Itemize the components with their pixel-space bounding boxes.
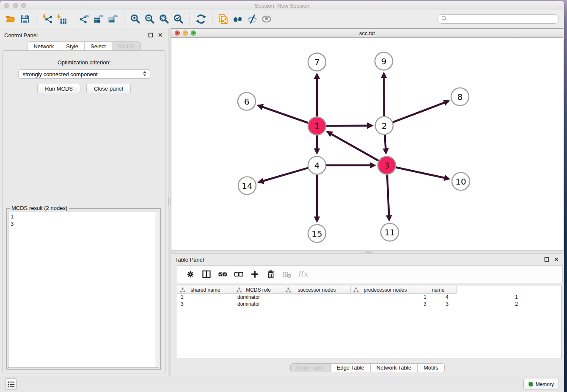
save-session-button[interactable] bbox=[18, 12, 32, 26]
table-row[interactable]: 1dominator411 bbox=[177, 294, 561, 301]
column-header-predecessor-nodes[interactable]: predecessor nodes bbox=[351, 286, 420, 294]
memory-button[interactable]: Memory bbox=[523, 379, 559, 389]
export-table-button[interactable] bbox=[91, 12, 106, 26]
export-image-icon bbox=[107, 14, 118, 25]
refresh-layout-button[interactable] bbox=[194, 12, 208, 26]
window-titlebar[interactable]: Session: New Session bbox=[0, 1, 564, 10]
mcds-result-line: 3 bbox=[11, 220, 157, 227]
tab-motifs[interactable]: Motifs bbox=[417, 364, 444, 372]
graph-node-1[interactable]: 1 bbox=[308, 117, 326, 135]
arrowhead-icon bbox=[367, 122, 374, 129]
graph-node-8[interactable]: 8 bbox=[451, 88, 469, 106]
column-header-label: predecessor nodes bbox=[363, 287, 407, 293]
column-header-name[interactable]: name bbox=[420, 286, 457, 294]
deselect-all-columns-button[interactable] bbox=[231, 267, 247, 282]
toggle-column-view-button[interactable] bbox=[198, 267, 215, 282]
table-row[interactable]: 3dominator323 bbox=[177, 301, 561, 307]
edge-2-9[interactable] bbox=[381, 72, 387, 116]
float-table-panel-icon[interactable] bbox=[544, 257, 550, 262]
column-header-mcds-role[interactable]: MCDS role bbox=[234, 286, 283, 294]
run-mcds-button[interactable]: Run MCDS bbox=[37, 84, 80, 93]
edge-1-6[interactable] bbox=[257, 104, 308, 123]
graph-node-3[interactable]: 3 bbox=[378, 157, 396, 174]
network-close-button[interactable]: × bbox=[175, 30, 180, 36]
zoom-selected-button[interactable] bbox=[171, 12, 186, 26]
add-column-button[interactable] bbox=[247, 267, 263, 282]
edge-1-7[interactable] bbox=[314, 73, 320, 117]
tab-mcds[interactable]: MCDS bbox=[112, 42, 140, 50]
network-window-titlebar[interactable]: scc.txt × − + bbox=[171, 29, 563, 38]
tab-network[interactable]: Network bbox=[28, 42, 60, 50]
edge-2-8[interactable] bbox=[393, 100, 450, 122]
column-header-successor-nodes[interactable]: successor nodes bbox=[283, 286, 351, 294]
network-minimize-button[interactable]: − bbox=[183, 30, 188, 36]
import-network-button[interactable] bbox=[40, 12, 55, 26]
show-all-networks-button[interactable] bbox=[231, 12, 245, 26]
close-panel-button[interactable]: Close panel bbox=[86, 84, 131, 93]
mcds-result-line: 1 bbox=[11, 213, 157, 220]
zoom-selected-icon bbox=[173, 14, 184, 25]
network-zoom-button[interactable]: + bbox=[191, 30, 196, 36]
column-type-icon bbox=[353, 287, 359, 294]
edge-4-14[interactable] bbox=[257, 168, 308, 184]
graph-node-7[interactable]: 7 bbox=[308, 53, 326, 71]
graph-node-6[interactable]: 6 bbox=[238, 93, 256, 110]
zoom-fit-icon bbox=[159, 14, 170, 25]
node-label: 3 bbox=[384, 160, 390, 171]
network-window-controls: × − + bbox=[175, 30, 196, 36]
task-history-button[interactable] bbox=[5, 378, 17, 390]
app-window: Session: New Session Control Panel ✕ bbox=[0, 1, 564, 392]
tab-edge-table[interactable]: Edge Table bbox=[330, 364, 370, 372]
graph-node-15[interactable]: 15 bbox=[308, 225, 326, 243]
table-settings-button[interactable] bbox=[182, 267, 198, 282]
mcds-result-text[interactable]: 13 bbox=[8, 212, 159, 368]
open-session-button[interactable] bbox=[3, 12, 18, 26]
edge-4-3[interactable] bbox=[326, 162, 376, 168]
graph-node-11[interactable]: 11 bbox=[381, 224, 399, 241]
search-input[interactable] bbox=[449, 16, 555, 22]
edge-2-3[interactable] bbox=[383, 135, 389, 155]
graph-node-4[interactable]: 4 bbox=[308, 157, 326, 174]
arrowhead-icon bbox=[257, 178, 264, 184]
network-canvas[interactable]: 7968124314101511 bbox=[171, 38, 563, 250]
splitter-grip[interactable] bbox=[366, 251, 372, 253]
horizontal-splitter[interactable] bbox=[171, 250, 564, 254]
tab-network-table[interactable]: Network Table bbox=[370, 364, 417, 372]
select-all-columns-icon bbox=[217, 269, 228, 280]
close-panel-icon[interactable]: ✕ bbox=[157, 32, 163, 38]
hide-graphics-details-button[interactable] bbox=[245, 12, 259, 26]
splitter-grip[interactable] bbox=[168, 198, 171, 204]
edge-4-15[interactable] bbox=[314, 175, 320, 223]
delete-columns-button[interactable] bbox=[263, 267, 279, 282]
edge-3-1[interactable] bbox=[326, 131, 379, 161]
column-header-shared-name[interactable]: shared name bbox=[177, 286, 234, 294]
float-panel-icon[interactable] bbox=[148, 32, 154, 38]
tab-node-table[interactable]: Node Table bbox=[291, 364, 330, 372]
duplicate-network-button[interactable] bbox=[216, 12, 231, 26]
export-network-button[interactable] bbox=[77, 12, 91, 26]
edge-3-10[interactable] bbox=[396, 167, 450, 181]
zoom-fit-button[interactable] bbox=[157, 12, 171, 26]
edge-1-4[interactable] bbox=[314, 135, 320, 155]
edge-3-11[interactable] bbox=[386, 174, 392, 221]
tab-select[interactable]: Select bbox=[84, 42, 112, 50]
criterion-dropdown[interactable]: strongly connected component bbox=[18, 69, 150, 79]
close-table-panel-icon[interactable]: ✕ bbox=[553, 257, 559, 262]
arrowhead-icon bbox=[386, 215, 392, 221]
result-scrollbar[interactable] bbox=[155, 212, 159, 367]
graph-node-9[interactable]: 9 bbox=[375, 52, 393, 70]
select-all-columns-button[interactable] bbox=[215, 267, 231, 282]
export-image-button[interactable] bbox=[106, 12, 120, 26]
import-table-button[interactable] bbox=[55, 12, 69, 26]
tab-style[interactable]: Style bbox=[60, 42, 84, 50]
vertical-splitter[interactable] bbox=[168, 28, 171, 376]
node-label: 15 bbox=[311, 229, 322, 239]
graph-node-2[interactable]: 2 bbox=[375, 117, 393, 135]
zoom-in-button[interactable] bbox=[128, 12, 143, 26]
refresh-layout-icon bbox=[195, 14, 206, 25]
edge-1-2[interactable] bbox=[326, 122, 374, 129]
graph-node-10[interactable]: 10 bbox=[452, 173, 470, 190]
search-field[interactable] bbox=[437, 14, 559, 24]
graph-node-14[interactable]: 14 bbox=[238, 177, 256, 195]
zoom-out-button[interactable] bbox=[143, 12, 157, 26]
